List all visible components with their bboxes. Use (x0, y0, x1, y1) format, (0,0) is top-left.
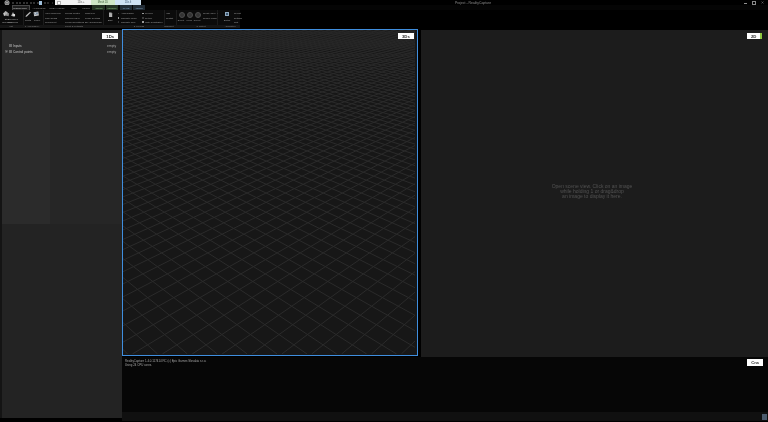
svg-text:3Ds: 3Ds (402, 34, 410, 39)
svg-text:Cns: Cns (751, 360, 760, 365)
svg-text:1Ds: 1Ds (106, 34, 114, 39)
svg-text:2D: 2D (751, 34, 756, 39)
